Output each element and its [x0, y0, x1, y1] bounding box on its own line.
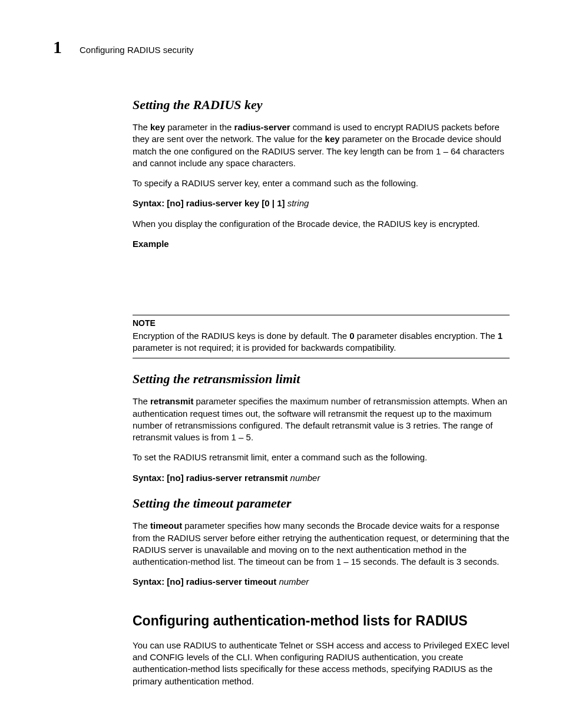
paragraph-authlists-1: You can use RADIUS to authenticate Telne…: [133, 640, 510, 687]
syntax-arg: string: [287, 198, 309, 208]
syntax-retransmit: Syntax: [no] radius-server retransmit nu…: [133, 472, 510, 484]
paragraph-radius-key-3: When you display the configuration of th…: [133, 218, 510, 230]
syntax-arg: number: [279, 577, 309, 587]
example-label: Example: [133, 238, 510, 250]
page: 1 Configuring RADIUS security Setting th…: [0, 0, 562, 728]
text: Encryption of the RADIUS keys is done by…: [133, 331, 349, 341]
note-box: NOTE Encryption of the RADIUS keys is do…: [133, 315, 510, 358]
paragraph-retransmit-1: The retransmit parameter specifies the m…: [133, 396, 510, 443]
page-header: 1 Configuring RADIUS security: [53, 35, 509, 60]
text: parameter is not required; it is provide…: [133, 342, 396, 353]
note-text: Encryption of the RADIUS keys is done by…: [133, 330, 510, 354]
syntax-arg: number: [290, 473, 320, 483]
term-retransmit: retransmit: [150, 396, 193, 406]
text: parameter disables encryption. The: [355, 331, 498, 341]
syntax-command: [no] radius-server key [0 | 1]: [167, 198, 287, 208]
paragraph-retransmit-2: To set the RADIUS retransmit limit, ente…: [133, 452, 510, 463]
text: parameter specifies how many seconds the…: [133, 521, 510, 566]
text: The: [133, 521, 150, 531]
running-head: Configuring RADIUS security: [80, 44, 193, 56]
syntax-label: Syntax:: [133, 473, 167, 483]
text: The: [133, 122, 150, 132]
chapter-number: 1: [53, 35, 80, 60]
text: parameter in the: [165, 122, 234, 132]
heading-authlists: Configuring authentication-method lists …: [133, 612, 510, 630]
paragraph-timeout-1: The timeout parameter specifies how many…: [133, 520, 510, 568]
heading-radius-key: Setting the RADIUS key: [133, 96, 510, 114]
heading-retransmit: Setting the retransmission limit: [133, 370, 510, 388]
heading-timeout: Setting the timeout parameter: [133, 495, 510, 512]
content-column: Setting the RADIUS key The key parameter…: [133, 96, 510, 687]
text: The: [133, 396, 150, 406]
syntax-label: Syntax:: [133, 577, 167, 587]
syntax-label: Syntax:: [133, 198, 167, 208]
syntax-timeout: Syntax: [no] radius-server timeout numbe…: [133, 576, 510, 588]
term-key: key: [150, 122, 165, 132]
term-key-2: key: [325, 134, 340, 144]
note-label: NOTE: [133, 318, 510, 329]
paragraph-radius-key-1: The key parameter in the radius-server c…: [133, 121, 510, 169]
term-radius-server: radius-server: [234, 122, 290, 132]
term-zero: 0: [349, 331, 354, 341]
term-timeout: timeout: [150, 521, 182, 531]
term-one: 1: [498, 331, 503, 341]
paragraph-radius-key-2: To specify a RADIUS server key, enter a …: [133, 177, 510, 189]
syntax-radius-key: Syntax: [no] radius-server key [0 | 1] s…: [133, 197, 510, 209]
syntax-command: [no] radius-server retransmit: [167, 473, 290, 483]
syntax-command: [no] radius-server timeout: [167, 577, 279, 587]
